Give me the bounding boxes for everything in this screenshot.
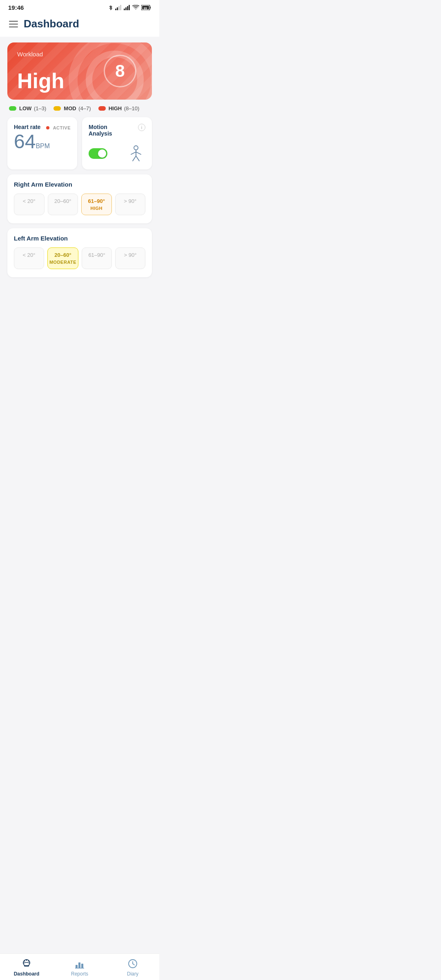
motion-analysis-card: Motion Analysis i (82, 117, 152, 169)
legend-low-label: LOW (1–3) (19, 105, 46, 111)
svg-point-12 (134, 146, 138, 150)
status-icons: 89 (108, 4, 151, 11)
workload-number-circle: 8 (104, 55, 136, 87)
legend-row: LOW (1–3) MOD (4–7) HIGH (8–10) (7, 105, 152, 111)
metrics-row: Heart rate ACTIVE 64BPM Motion Analysis … (7, 117, 152, 169)
page-title: Dashboard (24, 18, 79, 30)
legend-dot-mod (53, 106, 61, 111)
right-arm-status: HIGH (83, 206, 110, 211)
right-arm-title: Right Arm Elevation (14, 181, 145, 188)
svg-rect-3 (120, 5, 121, 10)
svg-rect-6 (127, 6, 128, 10)
left-arm-elevation-card: Left Arm Elevation < 20° 20–60° MODERATE… (7, 228, 152, 277)
svg-rect-1 (117, 7, 118, 10)
legend-high: HIGH (8–10) (98, 105, 140, 111)
legend-mod-label: MOD (4–7) (64, 105, 91, 111)
status-bar: 19:46 89 (0, 0, 159, 13)
right-arm-buttons: < 20° 20–60° 61–90° HIGH > 90° (14, 194, 145, 215)
right-arm-btn-3[interactable]: > 90° (115, 194, 146, 215)
wifi-icon (132, 5, 139, 10)
motion-toggle[interactable] (89, 148, 107, 159)
right-arm-btn-0[interactable]: < 20° (14, 194, 45, 215)
left-arm-status: MODERATE (49, 260, 76, 265)
left-arm-btn-0[interactable]: < 20° (14, 247, 44, 269)
heart-rate-number: 64 (14, 131, 36, 152)
signal-icon-1 (115, 5, 122, 10)
heart-rate-value-row: 64BPM (14, 132, 71, 151)
signal-icon-2 (124, 5, 130, 10)
svg-rect-5 (125, 7, 127, 10)
left-arm-title: Left Arm Elevation (14, 235, 145, 242)
svg-rect-2 (118, 6, 120, 10)
left-arm-btn-1[interactable]: 20–60° MODERATE (47, 247, 78, 269)
legend-low: LOW (1–3) (9, 105, 46, 111)
active-status: ACTIVE (46, 124, 71, 131)
svg-rect-4 (124, 9, 125, 10)
info-icon[interactable]: i (138, 124, 145, 131)
motion-controls (89, 144, 145, 163)
heart-rate-card: Heart rate ACTIVE 64BPM (7, 117, 77, 169)
left-arm-btn-3[interactable]: > 90° (115, 247, 145, 269)
svg-rect-0 (115, 9, 116, 10)
right-arm-btn-1[interactable]: 20–60° (48, 194, 78, 215)
svg-rect-9 (150, 7, 151, 9)
status-time: 19:46 (8, 4, 24, 11)
workload-card: Workload High 8 (7, 42, 152, 100)
heart-rate-unit: BPM (36, 143, 50, 149)
heart-rate-title: Heart rate (14, 124, 40, 130)
legend-dot-high (98, 106, 106, 111)
bluetooth-icon (108, 4, 113, 11)
left-arm-buttons: < 20° 20–60° MODERATE 61–90° > 90° (14, 247, 145, 269)
right-arm-btn-2[interactable]: 61–90° HIGH (81, 194, 112, 215)
legend-high-label: HIGH (8–10) (109, 105, 140, 111)
hamburger-menu[interactable] (9, 21, 18, 27)
workload-number: 8 (115, 61, 125, 81)
main-content: Workload High 8 LOW (1–3) MOD (4–7) HIGH (0, 37, 159, 323)
header: Dashboard (0, 13, 159, 37)
legend-dot-low (9, 106, 16, 111)
right-arm-elevation-card: Right Arm Elevation < 20° 20–60° 61–90° … (7, 174, 152, 223)
active-dot (46, 126, 49, 129)
svg-rect-7 (129, 5, 130, 10)
svg-text:89: 89 (144, 7, 147, 10)
legend-mod: MOD (4–7) (53, 105, 91, 111)
toggle-knob (98, 149, 106, 158)
left-arm-btn-2[interactable]: 61–90° (82, 247, 112, 269)
battery-icon: 89 (141, 5, 151, 10)
person-icon (127, 144, 145, 163)
motion-title: Motion Analysis (89, 124, 112, 137)
